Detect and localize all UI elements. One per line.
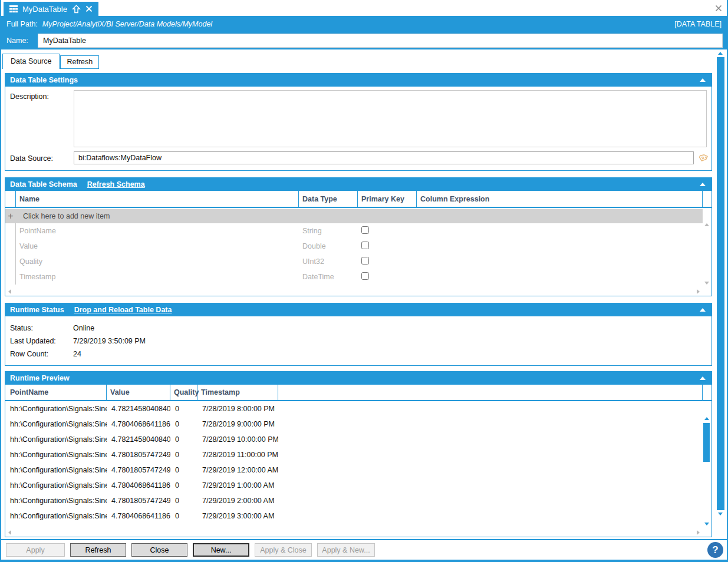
- cell-value: 4.78018057472499: [107, 466, 170, 474]
- preview-col-value[interactable]: Value: [107, 385, 170, 400]
- page-vertical-scrollbar[interactable]: [716, 52, 725, 515]
- drop-reload-link[interactable]: Drop and Reload Table Data: [74, 306, 172, 314]
- scroll-right-icon[interactable]: [697, 530, 700, 535]
- scroll-up-icon[interactable]: [704, 223, 709, 226]
- schema-row-name: PointName: [16, 227, 299, 235]
- scrollbar-thumb[interactable]: [703, 423, 710, 462]
- cell-pointname: hh:\Configuration\Signals:Sine: [5, 512, 107, 520]
- full-path-value: MyProject/AnalytiX/BI Server/Data Models…: [42, 20, 212, 28]
- preview-col-pointname[interactable]: PointName: [5, 385, 107, 400]
- preview-col-timestamp[interactable]: Timestamp: [197, 385, 278, 400]
- schema-row-type: UInt32: [299, 257, 358, 266]
- add-new-item-row[interactable]: + Click here to add new item: [5, 209, 703, 223]
- tab-refresh[interactable]: Refresh: [60, 55, 99, 69]
- scroll-up-icon[interactable]: [704, 417, 709, 420]
- document-tab[interactable]: MyDataTable: [4, 2, 98, 16]
- full-path-label: Full Path:: [6, 20, 38, 28]
- primary-key-checkbox[interactable]: [361, 242, 369, 249]
- schema-col-name[interactable]: Name: [16, 191, 299, 207]
- table-grid-icon: [9, 5, 18, 13]
- data-table-editor-window: MyDataTable Full Path: MyProject/Analyti…: [0, 0, 728, 562]
- runtime-preview-header: Runtime Preview: [5, 372, 711, 385]
- arrow-up-icon[interactable]: [72, 5, 81, 14]
- schema-table: Name Data Type Primary Key Column Expres…: [5, 191, 711, 296]
- runtime-status-body: Status: Online Last Updated: 7/29/2019 3…: [5, 316, 711, 361]
- scroll-down-icon[interactable]: [718, 513, 723, 515]
- close-button[interactable]: Close: [131, 543, 187, 557]
- row-count-value: 24: [73, 350, 81, 358]
- preview-row: hh:\Configuration\Signals:Sine 4.7821458…: [5, 432, 703, 447]
- schema-row[interactable]: Value Double: [5, 239, 703, 254]
- description-textarea[interactable]: [74, 90, 707, 147]
- schema-header-gutter: [703, 191, 711, 207]
- primary-key-checkbox[interactable]: [361, 272, 369, 280]
- preview-row: hh:\Configuration\Signals:Sine 4.7821458…: [5, 401, 703, 416]
- cell-value: 4.78018057472499: [107, 451, 170, 459]
- cell-value: 4.78040686411867: [107, 420, 170, 428]
- status-row: Status: Online: [10, 322, 707, 335]
- status-row: Last Updated: 7/29/2019 3:50:09 PM: [10, 335, 707, 348]
- window-close-icon[interactable]: [714, 4, 723, 13]
- schema-col-column-expression[interactable]: Column Expression: [417, 191, 703, 207]
- schema-col-data-type[interactable]: Data Type: [299, 191, 358, 207]
- collapse-icon[interactable]: [700, 78, 706, 82]
- scroll-down-icon[interactable]: [704, 282, 709, 285]
- cell-timestamp: 7/29/2019 1:00:00 AM: [197, 481, 278, 490]
- cell-pointname: hh:\Configuration\Signals:Sine: [5, 420, 107, 428]
- schema-row-name: Quality: [16, 257, 299, 266]
- schema-horizontal-scrollbar[interactable]: [6, 287, 702, 295]
- cell-quality: 0: [170, 420, 197, 428]
- preview-col-filler: [278, 385, 703, 400]
- preview-vertical-scrollbar[interactable]: [703, 415, 711, 527]
- collapse-icon[interactable]: [700, 376, 706, 380]
- scroll-up-icon[interactable]: [718, 52, 723, 55]
- scroll-left-icon[interactable]: [8, 530, 11, 535]
- schema-row[interactable]: PointName String: [5, 223, 703, 239]
- tag-browse-icon[interactable]: [696, 151, 709, 164]
- scroll-right-icon[interactable]: [697, 289, 700, 294]
- data-source-input[interactable]: [74, 151, 694, 164]
- collapse-icon[interactable]: [700, 308, 706, 312]
- schema-col-primary-key[interactable]: Primary Key: [358, 191, 417, 207]
- row-count-label: Row Count:: [10, 350, 73, 358]
- last-updated-value: 7/29/2019 3:50:09 PM: [73, 337, 146, 345]
- preview-col-quality[interactable]: Quality: [170, 385, 197, 400]
- apply-button[interactable]: Apply: [6, 543, 65, 557]
- cell-timestamp: 7/28/2019 9:00:00 PM: [197, 420, 278, 428]
- tab-close-icon[interactable]: [85, 5, 93, 12]
- collapse-icon[interactable]: [700, 183, 706, 186]
- primary-key-checkbox[interactable]: [361, 226, 369, 234]
- runtime-preview-panel: Runtime Preview PointName Value Quality …: [5, 371, 712, 537]
- tab-data-source[interactable]: Data Source: [2, 54, 60, 69]
- primary-key-checkbox[interactable]: [361, 257, 369, 265]
- refresh-schema-link[interactable]: Refresh Schema: [87, 180, 145, 189]
- tab-strip: Data Source Refresh: [2, 54, 99, 69]
- preview-rows: hh:\Configuration\Signals:Sine 4.7821458…: [5, 401, 703, 524]
- scroll-down-icon[interactable]: [704, 523, 709, 525]
- cell-pointname: hh:\Configuration\Signals:Sine: [5, 451, 107, 459]
- apply-close-button[interactable]: Apply & Close: [255, 543, 312, 557]
- preview-column-headers: PointName Value Quality Timestamp: [5, 385, 711, 401]
- schema-vertical-scrollbar[interactable]: [703, 222, 711, 286]
- schema-row[interactable]: Quality UInt32: [5, 254, 703, 269]
- preview-horizontal-scrollbar[interactable]: [6, 528, 702, 536]
- help-icon[interactable]: ?: [707, 542, 723, 558]
- new-button[interactable]: New...: [193, 543, 249, 557]
- refresh-button[interactable]: Refresh: [70, 543, 126, 557]
- title-tab-strip: MyDataTable: [1, 0, 727, 16]
- data-table-schema-panel: Data Table Schema Refresh Schema Name Da…: [5, 177, 712, 296]
- cell-quality: 0: [170, 481, 197, 490]
- add-new-item-label: Click here to add new item: [23, 212, 110, 220]
- schema-row[interactable]: Timestamp DateTime: [5, 269, 703, 285]
- cell-timestamp: 7/28/2019 10:00:00 PM: [197, 435, 278, 444]
- name-input[interactable]: [38, 34, 723, 48]
- schema-column-headers: Name Data Type Primary Key Column Expres…: [5, 191, 711, 208]
- scroll-left-icon[interactable]: [8, 289, 11, 294]
- cell-quality: 0: [170, 435, 197, 444]
- scrollbar-thumb[interactable]: [717, 57, 724, 510]
- cell-quality: 0: [170, 512, 197, 520]
- preview-row: hh:\Configuration\Signals:Sine 4.7804068…: [5, 416, 703, 432]
- apply-new-button[interactable]: Apply & New...: [317, 543, 375, 557]
- item-type-badge: [DATA TABLE]: [674, 20, 722, 28]
- schema-panel-header: Data Table Schema Refresh Schema: [5, 178, 711, 191]
